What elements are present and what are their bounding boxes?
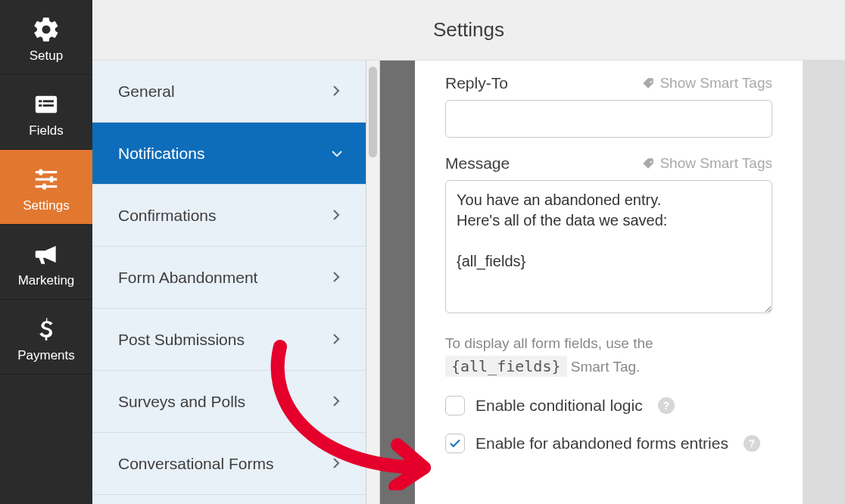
tags-icon (641, 157, 655, 170)
page-title: Settings (433, 18, 504, 42)
conditional-logic-checkbox[interactable] (445, 396, 465, 415)
message-textarea[interactable] (445, 180, 772, 313)
settings-item-label: Post Submissions (118, 331, 245, 349)
chevron-right-icon (332, 82, 340, 101)
settings-item-label: Form Abandonment (118, 269, 257, 287)
dollar-icon (0, 313, 92, 345)
sliders-icon (0, 163, 92, 195)
abandoned-entries-checkbox[interactable] (445, 434, 465, 453)
settings-item-notifications[interactable]: Notifications (92, 123, 366, 185)
reply-to-smart-tags-toggle[interactable]: Show Smart Tags (641, 75, 772, 92)
nav-label: Fields (0, 123, 92, 138)
svg-rect-9 (50, 176, 54, 182)
svg-rect-4 (43, 104, 54, 107)
smart-tags-label: Show Smart Tags (659, 75, 772, 92)
smart-tags-label: Show Smart Tags (659, 155, 772, 172)
svg-rect-6 (36, 178, 58, 180)
settings-item-conversational-forms[interactable]: Conversational Forms (92, 433, 366, 495)
abandoned-entries-label: Enable for abandoned forms entries (476, 434, 728, 453)
settings-item-surveys-polls[interactable]: Surveys and Polls (92, 371, 366, 433)
settings-item-confirmations[interactable]: Confirmations (92, 185, 366, 247)
chevron-right-icon (332, 207, 340, 225)
settings-item-general[interactable]: General (92, 61, 366, 123)
svg-rect-2 (43, 100, 54, 102)
nav-label: Setup (0, 48, 92, 64)
abandoned-entries-row: Enable for abandoned forms entries ? (445, 434, 772, 453)
reply-to-label: Reply-To (445, 74, 508, 92)
primary-nav: Setup Fields Settings Marketing Payments (0, 0, 92, 504)
scrollbar-thumb[interactable] (369, 67, 377, 157)
nav-item-settings[interactable]: Settings (0, 150, 92, 225)
svg-rect-1 (39, 100, 42, 102)
settings-item-label: Conversational Forms (118, 455, 273, 473)
nav-item-setup[interactable]: Setup (0, 0, 92, 75)
conditional-logic-label: Enable conditional logic (476, 397, 643, 415)
hint-code: {all_fields} (445, 356, 567, 377)
nav-item-marketing[interactable]: Marketing (0, 225, 92, 300)
tags-icon (641, 76, 655, 90)
settings-item-form-abandonment[interactable]: Form Abandonment (92, 247, 366, 309)
bullhorn-icon (0, 238, 92, 270)
subnav-scrollbar[interactable] (366, 61, 380, 504)
settings-item-label: Surveys and Polls (118, 393, 245, 411)
hint-prefix: To display all form fields, use the (445, 335, 653, 351)
help-icon[interactable]: ? (744, 435, 760, 452)
nav-label: Settings (0, 198, 92, 213)
settings-item-label: General (118, 82, 175, 101)
message-field: Message Show Smart Tags (445, 154, 772, 316)
nav-item-fields[interactable]: Fields (0, 75, 92, 150)
hint-suffix: Smart Tag. (571, 359, 641, 375)
message-label: Message (445, 154, 510, 173)
notification-settings-card: Reply-To Show Smart Tags Message Show Sm… (415, 61, 803, 504)
panel-gutter (380, 61, 415, 504)
settings-item-post-submissions[interactable]: Post Submissions (92, 309, 366, 371)
conditional-logic-row: Enable conditional logic ? (445, 396, 772, 415)
settings-subnav: General Notifications Confirmations Form… (92, 61, 366, 504)
chevron-right-icon (332, 455, 340, 473)
help-icon[interactable]: ? (658, 397, 675, 414)
svg-rect-3 (39, 104, 42, 107)
svg-rect-8 (39, 170, 43, 176)
svg-rect-10 (42, 184, 46, 190)
chevron-right-icon (332, 331, 340, 349)
page-header: Settings (92, 0, 845, 61)
svg-rect-5 (36, 171, 58, 173)
nav-item-payments[interactable]: Payments (0, 300, 92, 375)
settings-item-label: Confirmations (118, 207, 217, 225)
gear-icon (0, 14, 92, 45)
nav-label: Marketing (0, 273, 92, 288)
chevron-right-icon (332, 269, 340, 287)
message-smart-tags-toggle[interactable]: Show Smart Tags (641, 155, 772, 172)
settings-item-label: Notifications (118, 145, 204, 163)
message-hint: To display all form fields, use the {all… (445, 333, 772, 378)
chevron-right-icon (332, 393, 340, 411)
reply-to-input[interactable] (445, 100, 772, 138)
chevron-down-icon (327, 150, 345, 157)
nav-label: Payments (0, 348, 92, 363)
list-icon (0, 89, 92, 120)
reply-to-field: Reply-To Show Smart Tags (445, 74, 772, 138)
